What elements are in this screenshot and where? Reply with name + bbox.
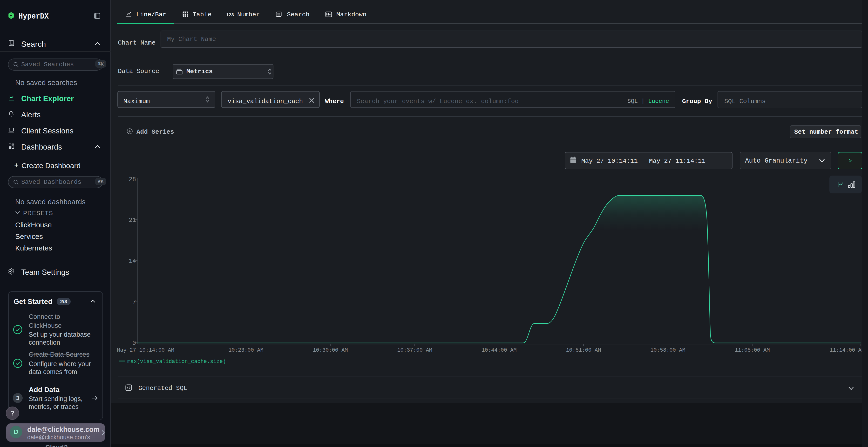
svg-text:21: 21: [129, 217, 136, 224]
svg-text:10:23:00 AM: 10:23:00 AM: [228, 347, 263, 353]
svg-text:10:44:00 AM: 10:44:00 AM: [482, 347, 517, 353]
svg-text:14: 14: [129, 258, 136, 265]
svg-text:10:30:00 AM: 10:30:00 AM: [313, 347, 348, 353]
svg-text:May 27 10:14:00 AM: May 27 10:14:00 AM: [117, 347, 174, 353]
svg-text:0: 0: [132, 340, 136, 347]
svg-text:28: 28: [129, 176, 136, 183]
svg-text:max(visa_validation_cache.size: max(visa_validation_cache.size): [127, 358, 226, 365]
svg-text:7: 7: [132, 299, 136, 306]
svg-text:10:58:00 AM: 10:58:00 AM: [650, 347, 685, 353]
svg-text:10:37:00 AM: 10:37:00 AM: [397, 347, 432, 353]
svg-text:10:51:00 AM: 10:51:00 AM: [566, 347, 601, 353]
svg-text:11:05:00 AM: 11:05:00 AM: [735, 347, 770, 353]
svg-text:11:14:00 AM: 11:14:00 AM: [830, 347, 865, 353]
